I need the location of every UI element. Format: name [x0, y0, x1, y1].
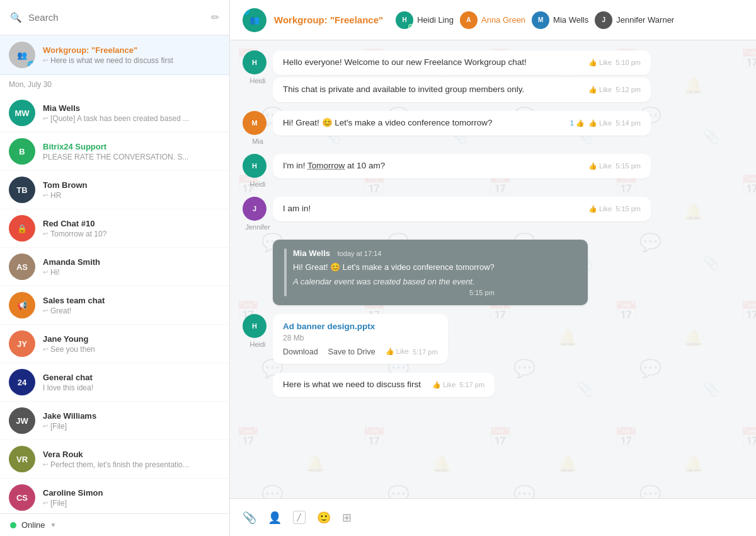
like-button[interactable]: 👍 Like	[588, 58, 612, 67]
file-time: 5:17 pm	[413, 348, 438, 356]
chat-avatar: MW	[9, 100, 35, 126]
avatar-col: M Mia	[243, 111, 273, 145]
member-avatar: H	[396, 11, 413, 29]
active-chat-item[interactable]: 👥 🌐 Workgroup: "Freelance" ↩ Here is wha…	[0, 35, 229, 75]
file-bubble-wrap: Ad banner design.pptx 28 Mb Download Sav…	[273, 314, 448, 364]
like-button[interactable]: 👍 Like	[588, 161, 612, 171]
avatar-col: H Heidi	[243, 314, 273, 348]
like-button[interactable]: 👍 Like	[588, 204, 612, 214]
last-message-meta: 👍 Like 5:17 pm	[426, 380, 484, 390]
message-group: M Mia Hi! Great! 😊 Let's make a video co…	[243, 111, 743, 145]
file-message-group: H Heidi Ad banner design.pptx 28 Mb Down…	[243, 314, 743, 364]
chat-avatar: 📢	[9, 292, 35, 318]
message-bubbles: I am in! 👍 Like 5:15 pm	[273, 197, 743, 221]
chat-messages: H Heidi Hello everyone! Welcome to our n…	[230, 40, 756, 498]
search-bar: 🔍 ✏	[0, 0, 229, 35]
message-text: This chat is private and available to in…	[283, 84, 577, 96]
message-bubbles: Hello everyone! Welcome to our new Freel…	[273, 50, 743, 102]
chat-avatar: 🔒	[9, 215, 35, 242]
last-message-time: 5:17 pm	[459, 380, 484, 390]
file-sender-label: Heidi	[249, 341, 265, 348]
chat-list-item[interactable]: B Bitrix24 Support PLEASE RATE THE CONVE…	[0, 132, 229, 171]
chat-list-item[interactable]: 📢 Sales team chat ↩ Great!	[0, 286, 229, 325]
chat-item-info: Caroline Simon ↩ [File]	[43, 488, 220, 508]
command-icon[interactable]: /	[293, 511, 306, 524]
search-input[interactable]	[28, 12, 205, 23]
quoted-message-group: Mia Wells today at 17:14 Hi! Great! 😊 Le…	[273, 240, 743, 305]
chat-item-info: Jane Young ↩ See you then	[43, 334, 220, 354]
message-bubble: I am in! 👍 Like 5:15 pm	[273, 197, 651, 221]
group-title: Workgroup: "Freelance"	[274, 15, 388, 26]
sender-label: Mia	[252, 137, 263, 145]
mention-icon[interactable]: 👤	[268, 511, 282, 525]
message-time: 5:14 pm	[616, 119, 641, 128]
status-bar[interactable]: Online ▼	[0, 513, 229, 536]
file-like-button[interactable]: 👍 Like	[386, 347, 409, 356]
chat-list: MW Mia Wells ↩ [Quote] A task has been c…	[0, 94, 229, 513]
download-button[interactable]: Download	[283, 347, 318, 356]
group-avatar-icon: 👥	[249, 15, 260, 25]
reply-icon: ↩	[43, 499, 48, 506]
chat-list-item[interactable]: 24 General chat I love this idea!	[0, 363, 229, 402]
attach-icon[interactable]: 📎	[243, 511, 256, 525]
avatar-col: H Heidi	[243, 154, 273, 188]
chat-list-item[interactable]: AS Amanda Smith ↩ Hi!	[0, 248, 229, 286]
workgroup-badge-icon: 🌐	[27, 61, 35, 68]
avatar-col: H Heidi	[243, 50, 273, 84]
chat-item-name: Amanda Smith	[43, 257, 220, 267]
sender-label: Jennifer	[245, 223, 270, 231]
chat-list-item[interactable]: CS Caroline Simon ↩ [File]	[0, 479, 229, 513]
quote-author: Mia Wells	[293, 248, 330, 258]
active-chat-avatar-icon: 👥	[17, 50, 27, 60]
chat-list-item[interactable]: TB Tom Brown ↩ HR	[0, 171, 229, 209]
sender-label: Heidi	[249, 77, 265, 84]
member-avatar: J	[595, 11, 612, 29]
sidebar: 🔍 ✏ 👥 🌐 Workgroup: "Freelance" ↩ Here is…	[0, 0, 230, 536]
chat-avatar: 24	[9, 369, 35, 395]
active-chat-name: Workgroup: "Freelance"	[43, 45, 220, 55]
grid-icon[interactable]: ⊞	[342, 511, 352, 525]
quote-header: Mia Wells today at 17:14 Hi! Great! 😊 Le…	[284, 248, 576, 296]
avatar-col: J Jennifer	[243, 197, 273, 231]
like-button[interactable]: 👍 Like	[588, 85, 612, 95]
last-message-bubble: Here is what we need to discuss first 👍 …	[273, 373, 495, 397]
file-name[interactable]: Ad banner design.pptx	[283, 322, 438, 331]
status-dropdown-icon[interactable]: ▼	[50, 521, 57, 528]
last-like-button[interactable]: 👍 Like	[432, 380, 455, 390]
member-chip: A Anna Green	[460, 11, 525, 29]
quote-time: today at 17:14	[338, 250, 382, 257]
chat-avatar: CS	[9, 484, 35, 511]
chat-item-preview: ↩ Perfect them, let's finish the present…	[43, 460, 220, 469]
message-bubble: I'm in! Tomorrow at 10 am? 👍 Like 5:15 p…	[273, 154, 651, 178]
chat-list-item[interactable]: MW Mia Wells ↩ [Quote] A task has been c…	[0, 94, 229, 132]
save-to-drive-button[interactable]: Save to Drive	[328, 347, 375, 356]
chat-list-item[interactable]: 🔒 Red Chat #10 ↩ Tomorrow at 10?	[0, 209, 229, 248]
chat-item-name: Bitrix24 Support	[43, 142, 220, 151]
compose-icon[interactable]: ✏	[211, 11, 219, 23]
chat-item-info: General chat I love this idea!	[43, 373, 220, 392]
active-chat-avatar-wrap: 👥 🌐	[9, 42, 35, 68]
message-bubble: Hi! Great! 😊 Let's make a video conferen…	[273, 111, 651, 136]
chat-footer: 📎 👤 / 🙂 ⊞	[230, 498, 756, 536]
last-message-text: Here is what we need to discuss first	[283, 379, 421, 391]
reply-icon: ↩	[43, 307, 48, 314]
chat-list-item[interactable]: JW Jake Williams ↩ [File]	[0, 402, 229, 440]
file-actions: Download Save to Drive 👍 Like 5:17 pm	[283, 347, 438, 356]
like-button[interactable]: 👍 Like	[588, 119, 612, 128]
chat-avatar: B	[9, 138, 35, 165]
chat-list-item[interactable]: JY Jane Young ↩ See you then	[0, 325, 229, 363]
message-avatar: M	[243, 111, 266, 135]
like-count: 1 👍	[570, 119, 585, 128]
chat-list-item[interactable]: VR Vera Rouk ↩ Perfect them, let's finis…	[0, 440, 229, 479]
chat-avatar: JY	[9, 330, 35, 357]
chat-avatar: TB	[9, 177, 35, 203]
status-label: Online	[21, 520, 45, 530]
file-bubble: Ad banner design.pptx 28 Mb Download Sav…	[273, 314, 448, 364]
chat-item-name: Tom Brown	[43, 180, 220, 190]
quoted-block: Mia Wells today at 17:14 Hi! Great! 😊 Le…	[273, 240, 588, 305]
reply-icon: ↩	[43, 269, 48, 276]
member-avatar: A	[460, 11, 478, 29]
chat-item-preview: ↩ [File]	[43, 422, 220, 431]
emoji-icon[interactable]: 🙂	[317, 511, 331, 525]
chat-item-info: Vera Rouk ↩ Perfect them, let's finish t…	[43, 450, 220, 469]
